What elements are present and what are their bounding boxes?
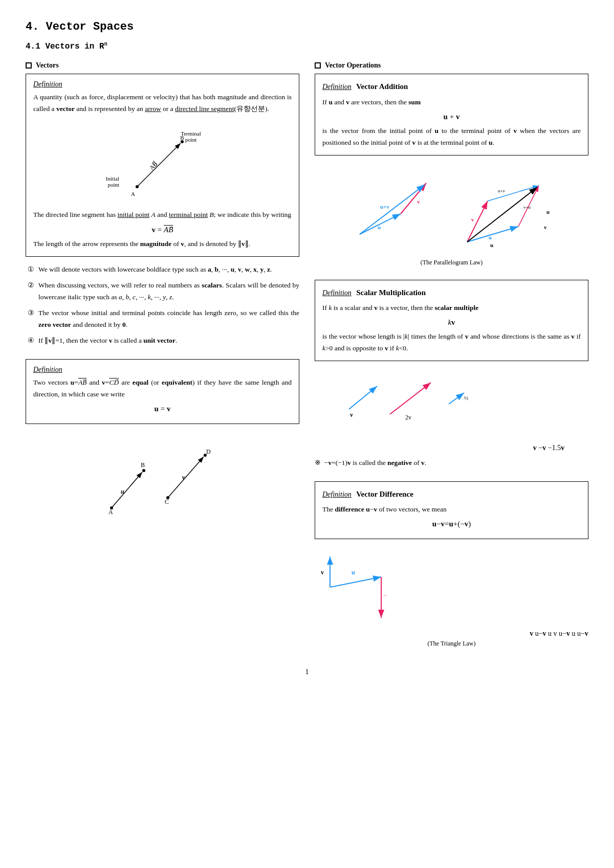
- chapter-title: 4. Vector Spaces: [26, 20, 588, 33]
- svg-point-2: [136, 185, 139, 188]
- def1-formula: v = AB⃗: [33, 225, 292, 234]
- def-scalar-title: Scalar Multiplication: [356, 288, 426, 297]
- svg-line-18: [168, 457, 204, 498]
- vectors-label: Vectors: [36, 61, 59, 70]
- svg-text:u+v: u+v: [498, 188, 506, 193]
- svg-line-1: [137, 143, 181, 187]
- svg-text:v+u: v+u: [523, 205, 531, 210]
- diff-diagram: u v −v u−v u v: [315, 546, 588, 648]
- def1-note1: The directed line segment has initial po…: [33, 209, 292, 221]
- operations-label: Vector Operations: [325, 61, 381, 70]
- scalar-header-line: Definition Scalar Multiplication: [322, 286, 581, 300]
- svg-point-14: [142, 469, 145, 472]
- vector-properties-list: ① We will denote vectors with lowercase …: [26, 264, 299, 347]
- svg-text:v: v: [350, 411, 353, 418]
- svg-text:D: D: [206, 448, 211, 455]
- svg-text:A: A: [108, 508, 113, 516]
- svg-text:v: v: [321, 569, 324, 576]
- svg-text:B: B: [141, 461, 145, 469]
- list-item-1: ① We will denote vectors with lowercase …: [26, 264, 299, 276]
- negative-note: ※ −v=(−1)v is called the negative of v.: [315, 457, 588, 469]
- def1-text: A quantity (such as force, displacement …: [33, 92, 292, 115]
- svg-text:u: u: [546, 209, 550, 215]
- def2-label: Definition: [33, 366, 292, 374]
- svg-text:u: u: [352, 569, 355, 576]
- addition-diagram: u v u+v u v: [315, 163, 588, 266]
- svg-text:AB⃗: AB⃗: [147, 160, 159, 171]
- def1-note2: The length of the arrow represents the m…: [33, 238, 292, 250]
- def-addition-label: Definition: [322, 83, 352, 91]
- svg-line-37: [467, 201, 488, 242]
- svg-line-52: [390, 383, 431, 414]
- svg-text:−: −: [383, 592, 387, 599]
- section-title: 4.1 Vectors in Rn: [26, 41, 588, 51]
- svg-line-50: [349, 386, 377, 409]
- vectors-section-header: Vectors: [26, 61, 299, 70]
- left-column: Vectors Definition A quantity (such as f…: [26, 61, 299, 653]
- list-item-3: ③ The vector whose initial and terminal …: [26, 307, 299, 331]
- diff-text1: The difference u−v of two vectors, we me…: [322, 504, 581, 516]
- page-number: 1: [26, 668, 588, 676]
- svg-text:point: point: [185, 137, 196, 143]
- def-addition-title: Vector Addition: [356, 82, 408, 91]
- scalar-text1: If k is a scalar and v is a vector, then…: [322, 302, 581, 314]
- svg-text:u: u: [490, 242, 493, 248]
- page-content: 4. Vector Spaces 4.1 Vectors in Rn Vecto…: [26, 20, 588, 676]
- svg-text:2v: 2v: [405, 414, 411, 421]
- svg-text:Initial: Initial: [106, 175, 119, 182]
- svg-text:C: C: [165, 498, 169, 505]
- diff-formula: u−v=u+(−v): [322, 520, 581, 528]
- svg-text:u: u: [378, 224, 381, 230]
- addition-text1: If u and v are vectors, then the sum: [322, 97, 581, 108]
- svg-text:v: v: [544, 224, 547, 230]
- list-item-2: ② When discussing vectors, we will refer…: [26, 280, 299, 303]
- parallelogram-caption: (The Parallelogram Law): [315, 259, 588, 266]
- svg-text:point: point: [107, 182, 119, 188]
- triangle-caption: (The Triangle Law): [315, 640, 588, 648]
- svg-text:u: u: [121, 488, 124, 495]
- svg-line-31: [401, 183, 426, 214]
- svg-text:v: v: [471, 216, 474, 222]
- operations-icon: [315, 62, 321, 69]
- svg-line-60: [330, 577, 381, 587]
- section-icon: [26, 62, 32, 69]
- svg-text:Terminal: Terminal: [181, 130, 201, 137]
- scalar-formula: kv: [322, 318, 581, 327]
- equal-vectors-diagram: A B u C D v: [26, 431, 299, 520]
- svg-text:v: v: [182, 474, 185, 481]
- operations-section-header: Vector Operations: [315, 61, 588, 70]
- def2-formula: u = v: [33, 405, 292, 413]
- svg-text:v: v: [417, 198, 420, 205]
- def-scalar-label: Definition: [322, 289, 352, 297]
- addition-header-line: Definition Vector Addition: [322, 80, 581, 94]
- scalar-text2: is the vector whose length is |k| times …: [322, 331, 581, 354]
- definition-box-2: Definition Two vectors u=AB⃗ and v=CD⃗ a…: [26, 359, 299, 424]
- definition-scalar-box: Definition Scalar Multiplication If k is…: [315, 280, 588, 361]
- svg-line-33: [360, 185, 425, 234]
- diff-header-line: Definition Vector Difference: [322, 488, 581, 501]
- svg-line-12: [112, 472, 142, 508]
- svg-line-35: [467, 227, 518, 242]
- addition-text2: is the vector from the initial point of …: [322, 125, 581, 149]
- right-column: Vector Operations Definition Vector Addi…: [315, 61, 588, 653]
- definition-box-1: Definition A quantity (such as force, di…: [26, 74, 299, 257]
- svg-line-54: [449, 393, 464, 404]
- definition-diff-box: Definition Vector Difference The differe…: [315, 481, 588, 539]
- arrow-diagram: B A AB⃗ Terminal point Initial point: [33, 120, 292, 204]
- def2-text: Two vectors u=AB⃗ and v=CD⃗ are equal (o…: [33, 377, 292, 400]
- def1-label: Definition: [33, 80, 292, 88]
- def-diff-label: Definition: [322, 491, 352, 498]
- svg-line-39: [488, 186, 539, 201]
- svg-text:u: u: [489, 234, 492, 240]
- svg-text:½: ½: [464, 395, 468, 401]
- svg-line-41: [467, 187, 537, 242]
- svg-text:A: A: [131, 191, 135, 197]
- svg-text:u+v: u+v: [380, 204, 389, 210]
- scalar-diagram: v 2v ½v −v −1.5v: [315, 368, 588, 452]
- definition-addition-box: Definition Vector Addition If u and v ar…: [315, 74, 588, 155]
- def-diff-title: Vector Difference: [356, 490, 413, 498]
- addition-formula: u + v: [322, 113, 581, 121]
- list-item-4: ④ If ‖v‖=1, then the vector v is called …: [26, 335, 299, 347]
